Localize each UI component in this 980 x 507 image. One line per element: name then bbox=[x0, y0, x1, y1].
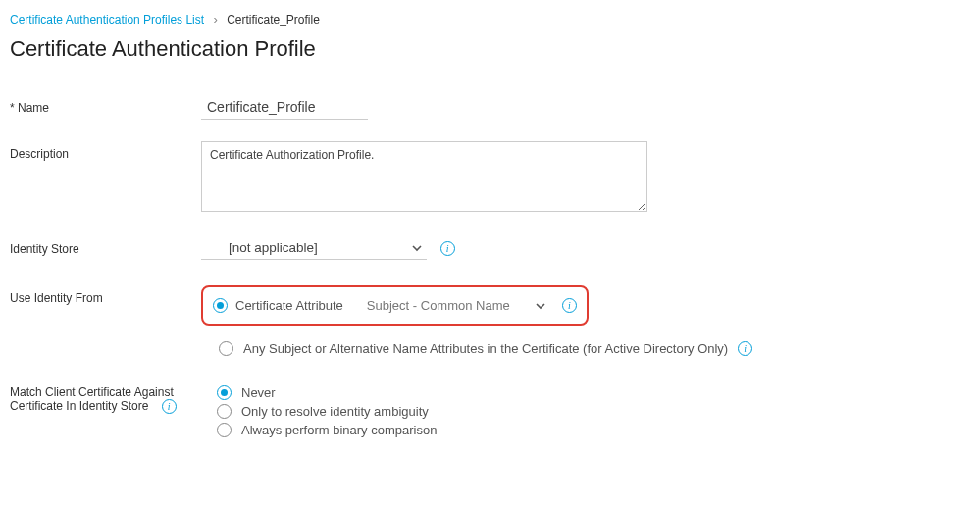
radio-any-subject[interactable] bbox=[219, 341, 233, 356]
radio-label-ambiguity: Only to resolve identity ambiguity bbox=[241, 404, 429, 419]
option-never: Never bbox=[217, 385, 970, 400]
radio-never[interactable] bbox=[217, 385, 232, 400]
row-use-identity-from: Use Identity From Certificate Attribute … bbox=[10, 285, 970, 364]
label-name: Name bbox=[10, 95, 201, 115]
radio-label-any-subject: Any Subject or Alternative Name Attribut… bbox=[243, 341, 728, 356]
option-any-subject: Any Subject or Alternative Name Attribut… bbox=[219, 341, 970, 356]
radio-label-binary: Always perform binary comparison bbox=[241, 423, 437, 437]
breadcrumb-list-link[interactable]: Certificate Authentication Profiles List bbox=[10, 13, 204, 26]
chevron-down-icon bbox=[535, 300, 546, 312]
radio-ambiguity[interactable] bbox=[217, 404, 232, 419]
name-input[interactable] bbox=[201, 95, 368, 120]
option-ambiguity: Only to resolve identity ambiguity bbox=[217, 404, 970, 419]
label-description: Description bbox=[10, 141, 201, 161]
chevron-right-icon: › bbox=[213, 12, 217, 26]
radio-binary[interactable] bbox=[217, 423, 232, 437]
label-match-client: Match Client Certificate Against Certifi… bbox=[10, 385, 201, 414]
row-match-client-certificate: Match Client Certificate Against Certifi… bbox=[10, 385, 970, 441]
identity-store-select[interactable]: [not applicable] bbox=[201, 236, 427, 260]
chevron-down-icon bbox=[411, 242, 423, 254]
row-identity-store: Identity Store [not applicable] i bbox=[10, 236, 970, 260]
row-name: Name bbox=[10, 95, 970, 120]
breadcrumb-current: Certificate_Profile bbox=[227, 13, 320, 26]
radio-label-never: Never bbox=[241, 385, 276, 400]
radio-label-certificate-attribute: Certificate Attribute bbox=[235, 298, 343, 313]
page-title: Certificate Authentication Profile bbox=[0, 34, 980, 76]
radio-certificate-attribute[interactable] bbox=[213, 298, 228, 313]
info-icon[interactable]: i bbox=[562, 298, 577, 313]
info-icon[interactable]: i bbox=[162, 399, 177, 414]
identity-store-value: [not applicable] bbox=[205, 240, 411, 255]
info-icon[interactable]: i bbox=[738, 341, 752, 356]
label-identity-store: Identity Store bbox=[10, 236, 201, 256]
profile-form: Name Description Certificate Authorizati… bbox=[0, 76, 980, 441]
certificate-attribute-select[interactable]: Subject - Common Name bbox=[361, 295, 552, 316]
certificate-attribute-value: Subject - Common Name bbox=[367, 298, 535, 313]
row-description: Description Certificate Authorization Pr… bbox=[10, 141, 970, 215]
description-textarea[interactable]: Certificate Authorization Profile. bbox=[201, 141, 647, 212]
option-binary: Always perform binary comparison bbox=[217, 423, 970, 437]
label-use-identity-from: Use Identity From bbox=[10, 285, 201, 305]
breadcrumb: Certificate Authentication Profiles List… bbox=[0, 0, 980, 34]
highlight-certificate-attribute: Certificate Attribute Subject - Common N… bbox=[201, 285, 589, 326]
info-icon[interactable]: i bbox=[440, 241, 455, 256]
